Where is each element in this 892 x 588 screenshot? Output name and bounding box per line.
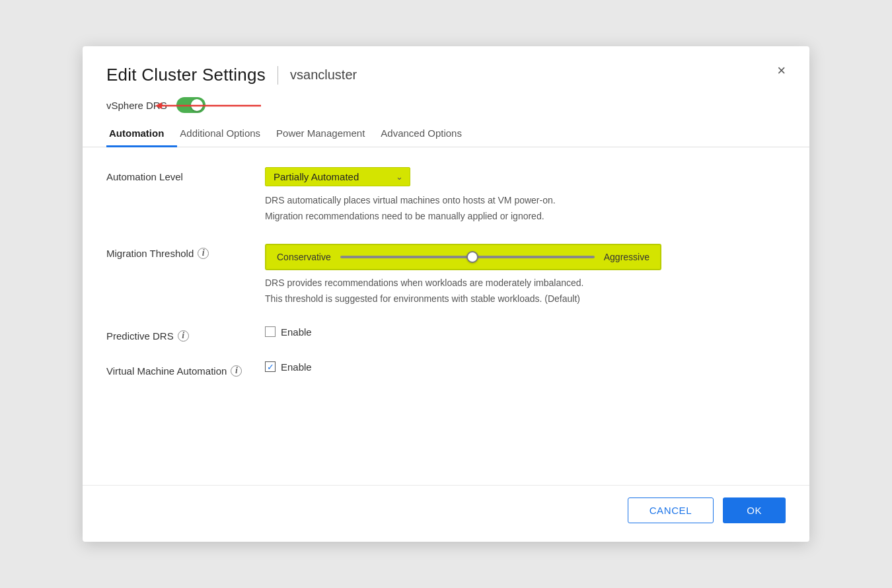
vsphere-drs-row: vSphere DRS [83,85,809,113]
checkmark-icon: ✓ [267,363,274,371]
automation-level-label: Automation Level [106,167,265,182]
slider-track [340,256,595,258]
cancel-button[interactable]: CANCEL [628,497,714,523]
slider-track-wrap [340,250,595,264]
red-arrow-annotation [155,100,268,112]
migration-threshold-desc2: This threshold is suggested for environm… [265,291,786,306]
header-divider [278,66,278,85]
vm-automation-label: Virtual Machine Automation i [106,361,265,377]
vm-automation-control: ✓ Enable [265,361,786,373]
vm-automation-info-icon[interactable]: i [231,365,242,377]
migration-threshold-slider-wrap: Conservative Aggressive [265,244,661,270]
vm-automation-enable-text: Enable [281,361,312,373]
edit-cluster-settings-dialog: Edit Cluster Settings vsancluster × vSph… [83,46,809,542]
tab-automation[interactable]: Automation [106,121,177,147]
predictive-drs-enable-label[interactable]: Enable [265,326,786,338]
migration-threshold-control: Conservative Aggressive DRS provides rec… [265,244,786,307]
close-button[interactable]: × [772,61,791,81]
dialog-subtitle: vsancluster [290,67,357,83]
automation-level-desc1: DRS automatically places virtual machine… [265,193,786,207]
vm-automation-enable-label[interactable]: ✓ Enable [265,361,786,373]
migration-threshold-info-icon[interactable]: i [198,248,209,259]
dropdown-arrow-icon: ⌄ [396,172,403,182]
tab-power-management[interactable]: Power Management [274,121,378,147]
dialog-footer: CANCEL OK [83,485,809,542]
toggle-track [176,97,205,113]
dialog-header: Edit Cluster Settings vsancluster × [83,46,809,85]
migration-threshold-label: Migration Threshold i [106,244,265,259]
vsphere-drs-toggle[interactable] [176,97,205,113]
automation-level-control: Partially Automated ⌄ DRS automatically … [265,167,786,224]
tab-additional-options[interactable]: Additional Options [177,121,274,147]
conservative-label: Conservative [277,252,331,262]
vm-automation-checkbox[interactable]: ✓ [265,361,276,372]
predictive-drs-checkbox[interactable] [265,326,276,337]
predictive-drs-enable-text: Enable [281,326,312,338]
aggressive-label: Aggressive [604,252,650,262]
automation-level-desc2: Migration recommendations need to be man… [265,209,786,223]
automation-level-dropdown[interactable]: Partially Automated ⌄ [265,167,410,186]
migration-threshold-desc1: DRS provides recommendations when worklo… [265,276,786,290]
tabs-bar: Automation Additional Options Power Mana… [83,116,809,147]
automation-level-row: Automation Level Partially Automated ⌄ D… [106,167,786,224]
toggle-thumb [191,99,203,111]
vm-automation-row: Virtual Machine Automation i ✓ Enable [106,361,786,377]
dialog-content: Automation Level Partially Automated ⌄ D… [83,147,809,485]
migration-threshold-row: Migration Threshold i Conservative Aggre… [106,244,786,307]
slider-thumb[interactable] [466,251,478,263]
tab-advanced-options[interactable]: Advanced Options [378,121,475,147]
dialog-title: Edit Cluster Settings [106,65,266,85]
vsphere-drs-label: vSphere DRS [106,100,167,111]
predictive-drs-row: Predictive DRS i Enable [106,326,786,342]
predictive-drs-control: Enable [265,326,786,338]
ok-button[interactable]: OK [723,497,786,523]
predictive-drs-label: Predictive DRS i [106,326,265,342]
predictive-drs-info-icon[interactable]: i [178,330,189,342]
